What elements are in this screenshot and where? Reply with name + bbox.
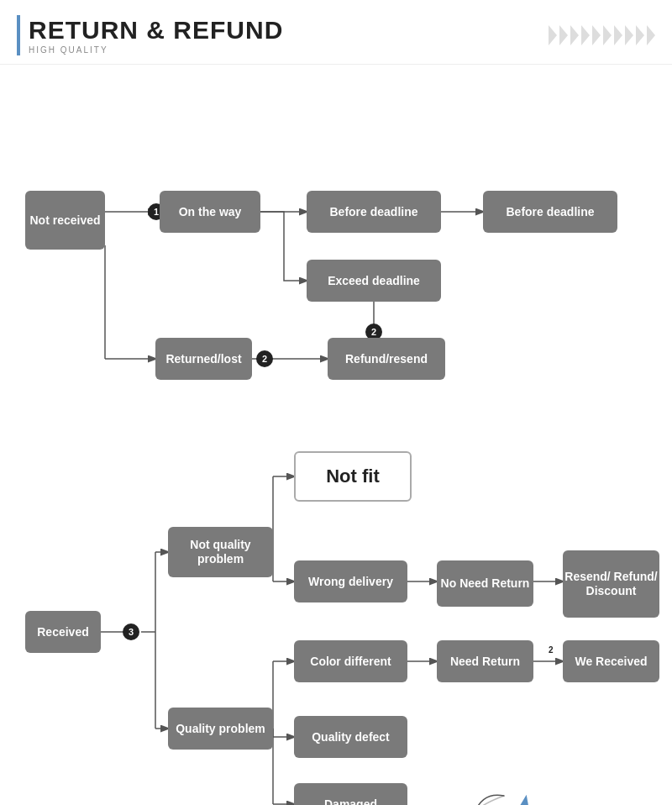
we-received-box: We Received	[563, 640, 659, 682]
not-received-box: Not received	[25, 191, 105, 250]
header-pattern	[549, 25, 655, 45]
not-received-section: Not received 1 On the way Before deadlin…	[25, 82, 647, 401]
badge-3: 3	[123, 623, 139, 640]
exceed-deadline-box: Exceed deadline	[307, 260, 441, 302]
damaged-box: Damaged	[294, 783, 407, 805]
color-different-box: Color different	[294, 640, 407, 682]
section1-diagram: Not received 1 On the way Before deadlin…	[0, 73, 672, 426]
received-box: Received	[25, 611, 101, 653]
refund-resend-box: Refund/resend	[328, 338, 445, 380]
quality-problem-box: Quality problem	[168, 708, 273, 750]
resend-refund-box: Resend/ Refund/ Discount	[563, 550, 659, 618]
page-subtitle: HIGH QUALITY	[29, 45, 283, 55]
chevron-decoration	[549, 25, 655, 45]
not-quality-problem-box: Not quality problem	[168, 527, 273, 577]
svg-text:2: 2	[549, 645, 554, 655]
badge-2b: 2	[256, 350, 273, 367]
header: RETURN & REFUND HIGH QUALITY	[0, 0, 672, 65]
section2-diagram: 2 Received 3 Not quality problem Quality…	[0, 426, 672, 805]
wrong-delivery-box: Wrong delivery	[294, 560, 407, 602]
returned-lost-box: Returned/lost	[155, 338, 252, 380]
wave-decoration	[458, 792, 508, 805]
need-return-box: Need Return	[437, 640, 533, 682]
header-title-block: RETURN & REFUND HIGH QUALITY	[29, 16, 283, 55]
header-accent-bar	[17, 15, 20, 55]
before-deadline-2-box: Before deadline	[483, 191, 617, 233]
on-the-way-box: On the way	[160, 191, 260, 233]
before-deadline-1-box: Before deadline	[307, 191, 441, 233]
page-title: RETURN & REFUND	[29, 16, 283, 45]
no-need-return-box: No Need Return	[437, 560, 533, 607]
quality-defect-box: Quality defect	[294, 716, 407, 758]
not-fit-box: Not fit	[294, 451, 412, 502]
received-section: 2 Received 3 Not quality problem Quality…	[25, 426, 647, 805]
